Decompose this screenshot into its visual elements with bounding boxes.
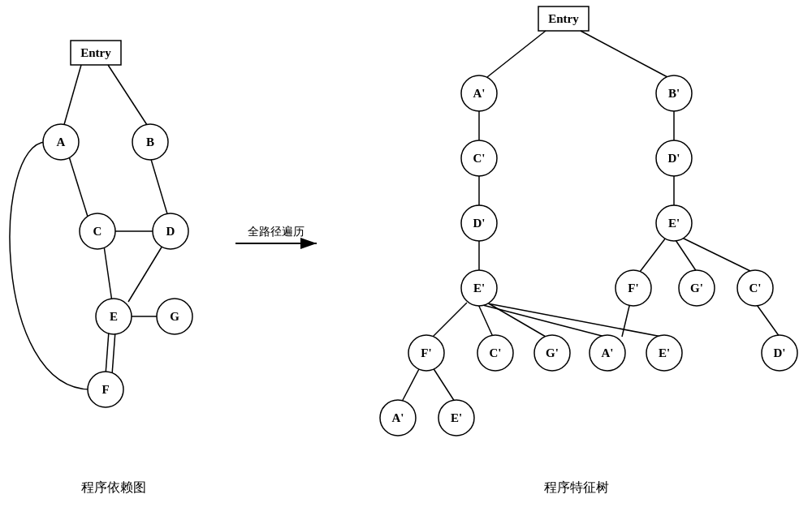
edge-ep2-cp2 bbox=[477, 303, 493, 337]
right-node-ep2-label: E' bbox=[473, 282, 485, 295]
right-node-dp1-label: D' bbox=[668, 152, 680, 165]
left-node-c-label: C bbox=[93, 225, 102, 238]
right-node-ap2-label: A' bbox=[602, 346, 614, 359]
left-node-f-label: F bbox=[102, 383, 109, 396]
edge-ep2-ap2 bbox=[473, 303, 605, 337]
edge-entry-a bbox=[63, 65, 81, 127]
left-entry-label: Entry bbox=[80, 46, 111, 59]
edge-c-e bbox=[104, 246, 112, 302]
right-node-cp2-label: C' bbox=[749, 282, 762, 295]
left-node-d-label: D bbox=[166, 225, 175, 238]
edge-b-d bbox=[150, 157, 168, 217]
edge-a-f-curve bbox=[10, 142, 91, 389]
left-node-a-label: A bbox=[57, 135, 66, 148]
right-node-gp2-label: G' bbox=[546, 346, 559, 359]
right-caption: 程序特征树 bbox=[544, 480, 609, 494]
right-node-ep3-label: E' bbox=[659, 346, 670, 359]
edge-fp2-ap3 bbox=[402, 368, 420, 402]
edge-fp2-ep4 bbox=[433, 368, 455, 402]
right-node-ap3-label: A' bbox=[392, 411, 404, 424]
edge-right-entry-ap bbox=[487, 31, 546, 77]
edge-ep-fp bbox=[640, 238, 666, 272]
edge-ep2-ep3 bbox=[483, 303, 662, 337]
right-node-fp2-label: F' bbox=[421, 346, 431, 359]
left-caption: 程序依赖图 bbox=[81, 480, 146, 494]
right-node-gp1-label: G' bbox=[690, 282, 703, 295]
edge-ep2-fp2 bbox=[433, 303, 467, 337]
right-node-cp3-label: C' bbox=[490, 346, 502, 359]
edge-e-f2 bbox=[112, 331, 115, 375]
edge-a-c bbox=[69, 157, 88, 217]
right-node-dp3-label: D' bbox=[774, 346, 786, 359]
left-node-g-label: G bbox=[170, 310, 179, 323]
edge-e-f1 bbox=[106, 331, 109, 375]
edge-entry-b bbox=[108, 65, 149, 127]
right-node-fp1-label: F' bbox=[628, 282, 638, 295]
edge-d-e bbox=[128, 246, 162, 302]
right-node-bp1-label: B' bbox=[668, 87, 680, 100]
right-node-ep4-label: E' bbox=[451, 411, 462, 424]
edge-right-entry-bp bbox=[581, 31, 667, 77]
right-entry-label: Entry bbox=[548, 12, 579, 25]
right-node-dp2-label: D' bbox=[473, 217, 486, 230]
right-node-ap1-label: A' bbox=[473, 87, 486, 100]
left-node-b-label: B bbox=[146, 135, 154, 148]
edge-fp-ep3 bbox=[622, 303, 630, 337]
right-node-cp1-label: C' bbox=[473, 152, 486, 165]
arrow-label: 全路径遍历 bbox=[248, 226, 304, 238]
edge-cp2-dp3 bbox=[755, 303, 780, 337]
right-node-ep1-label: E' bbox=[668, 217, 680, 230]
left-node-e-label: E bbox=[110, 310, 118, 323]
